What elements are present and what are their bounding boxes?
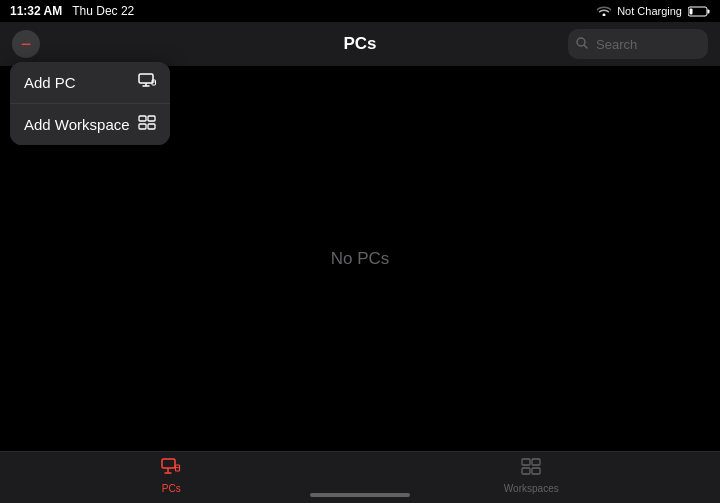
svg-rect-21 (522, 468, 530, 474)
dropdown-menu: Add PC Add Workspace (10, 62, 170, 145)
svg-rect-20 (532, 459, 540, 465)
workspaces-tab-label: Workspaces (504, 483, 559, 494)
add-workspace-menu-item[interactable]: Add Workspace (10, 104, 170, 145)
status-bar: 11:32 AM Thu Dec 22 Not Charging (0, 0, 720, 22)
home-indicator (310, 493, 410, 497)
nav-left: − (12, 30, 40, 58)
pc-menu-icon (138, 73, 156, 92)
add-pc-menu-item[interactable]: Add PC (10, 62, 170, 104)
workspace-menu-icon (138, 115, 156, 134)
tab-pcs[interactable]: PCs (121, 458, 221, 494)
nav-title: PCs (343, 34, 376, 54)
pcs-tab-icon (161, 458, 181, 481)
battery-icon (688, 6, 710, 17)
svg-rect-12 (139, 124, 146, 129)
search-input[interactable] (568, 29, 708, 59)
svg-rect-10 (139, 116, 146, 121)
add-pc-label: Add PC (24, 74, 76, 91)
svg-rect-19 (522, 459, 530, 465)
status-right: Not Charging (597, 4, 710, 19)
add-workspace-label: Add Workspace (24, 116, 130, 133)
add-icon: − (21, 35, 32, 53)
wifi-icon (597, 4, 611, 19)
svg-rect-11 (148, 116, 155, 121)
status-date: Thu Dec 22 (72, 4, 134, 18)
svg-rect-14 (162, 459, 175, 468)
pcs-tab-label: PCs (162, 483, 181, 494)
empty-state-label: No PCs (331, 249, 390, 269)
tab-workspaces[interactable]: Workspaces (464, 458, 599, 494)
nav-bar: − PCs (0, 22, 720, 66)
status-left: 11:32 AM Thu Dec 22 (10, 4, 134, 18)
tab-bar: PCs Workspaces (0, 451, 720, 503)
add-button[interactable]: − (12, 30, 40, 58)
workspaces-tab-icon (521, 458, 541, 481)
charging-status: Not Charging (617, 5, 682, 17)
svg-rect-2 (690, 8, 693, 14)
svg-rect-17 (176, 465, 180, 471)
status-time: 11:32 AM (10, 4, 62, 18)
search-wrapper (568, 29, 708, 59)
svg-rect-1 (708, 9, 710, 13)
svg-rect-5 (139, 74, 153, 83)
svg-rect-13 (148, 124, 155, 129)
svg-rect-22 (532, 468, 540, 474)
